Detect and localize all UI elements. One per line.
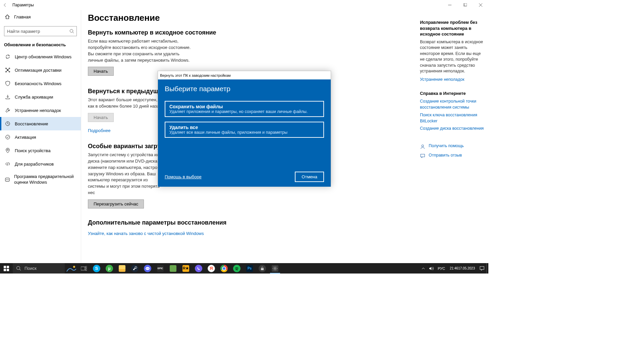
svg-point-38 [147, 268, 147, 268]
svg-point-41 [274, 267, 276, 269]
sidebar-item-label: Поиск устройства [15, 148, 51, 153]
fix-problems-heading: Исправление проблем без возврата компьют… [420, 19, 485, 37]
sidebar-item-troubleshoot[interactable]: Устранение неполадок [0, 104, 81, 117]
restore-point-link[interactable]: Создание контрольной точки восстановлени… [420, 98, 485, 110]
taskbar-minecraft[interactable] [167, 263, 179, 274]
svg-rect-24 [4, 266, 6, 268]
svg-rect-26 [4, 269, 6, 271]
sidebar-item-backup[interactable]: Служба архивации [0, 90, 81, 104]
svg-line-29 [19, 269, 21, 270]
insider-icon [5, 177, 10, 182]
svg-point-18 [7, 149, 8, 150]
option-title: Сохранить мои файлы [169, 104, 319, 109]
start-button[interactable] [0, 263, 13, 274]
reset-heading: Вернуть компьютер в исходное состояние [88, 29, 415, 36]
tray-chevron[interactable] [420, 263, 427, 274]
cancel-button[interactable]: Отмена [295, 172, 324, 182]
home-button[interactable]: Главная [0, 10, 81, 23]
feedback-link[interactable]: Отправить отзыв [420, 152, 485, 160]
svg-point-28 [17, 266, 20, 270]
svg-point-20 [6, 179, 7, 180]
taskbar-steam[interactable] [128, 263, 141, 274]
window-titlebar: Параметры [0, 0, 488, 10]
web-help-heading: Справка в Интернете [420, 90, 485, 97]
taskbar-settings[interactable] [269, 263, 281, 274]
taskbar-yandex[interactable]: Я [205, 263, 218, 274]
option-desc: Удаляет все ваши личные файлы, приложени… [169, 130, 319, 135]
reset-dialog: Вернуть этот ПК к заводским настройкам В… [158, 71, 331, 187]
fresh-start-link[interactable]: Узнайте, как начать заново с чистой уста… [88, 231, 204, 236]
feedback-icon [420, 153, 425, 159]
svg-point-22 [422, 145, 424, 147]
svg-line-6 [73, 32, 74, 34]
advstart-text: Запустите систему с устройства или диска… [88, 152, 165, 196]
search-input[interactable] [4, 26, 77, 36]
taskbar-photoshop[interactable]: Ps [243, 263, 256, 274]
taskbar-chrome[interactable] [218, 263, 230, 274]
sidebar-item-label: Устранение неполадок [15, 108, 61, 113]
taskbar-explorer[interactable] [116, 263, 128, 274]
dialog-title: Вернуть этот ПК к заводским настройкам [158, 71, 331, 79]
sidebar-item-find-device[interactable]: Поиск устройства [0, 144, 81, 157]
troubleshoot-link[interactable]: Устранение неполадок [420, 76, 485, 82]
taskbar-spotify[interactable] [230, 263, 243, 274]
sidebar-section-header: Обновление и безопасность [0, 39, 81, 50]
goback-learnmore-link[interactable]: Подробнее [88, 128, 110, 133]
sync-icon [5, 54, 11, 59]
sidebar-item-windows-update[interactable]: Центр обновления Windows [0, 50, 81, 63]
back-button[interactable] [0, 0, 10, 10]
svg-rect-40 [261, 268, 264, 270]
sidebar-item-label: Программа предварительной оценки Windows [14, 174, 81, 185]
tray-date: 17.05.2023 [458, 266, 475, 270]
tray-clock[interactable]: 21:46 17.05.2023 [447, 263, 478, 274]
get-help-link[interactable]: Получить помощь [420, 143, 485, 150]
close-button[interactable] [473, 0, 488, 10]
taskbar-utorrent[interactable]: μ [103, 263, 116, 274]
goback-start-button: Начать [88, 113, 114, 122]
tray-notifications[interactable] [478, 263, 486, 274]
location-icon [5, 148, 11, 153]
bitlocker-key-link[interactable]: Поиск ключа восстановления BitLocker [420, 112, 485, 124]
recovery-drive-link[interactable]: Создание диска восстановления [420, 125, 485, 131]
tray-language[interactable]: РУС [436, 263, 447, 274]
taskview-button[interactable] [77, 263, 90, 274]
cortana-button[interactable] [65, 263, 77, 274]
morerecovery-heading: Дополнительные параметры восстановления [88, 219, 415, 226]
check-icon [5, 134, 11, 140]
goback-text: Этот вариант больше недоступен, так как … [88, 97, 165, 110]
svg-rect-42 [480, 266, 484, 269]
reset-start-button[interactable]: Начать [88, 67, 114, 76]
svg-line-36 [134, 268, 136, 269]
help-choose-link[interactable]: Помощь в выборе [165, 174, 202, 179]
taskbar-search[interactable]: Поиск [13, 263, 65, 274]
sidebar-item-delivery-optimization[interactable]: Оптимизация доставки [0, 63, 81, 77]
svg-point-39 [148, 268, 149, 268]
taskbar-discord[interactable] [141, 263, 154, 274]
sidebar-item-developers[interactable]: Для разработчиков [0, 157, 81, 171]
home-icon [5, 14, 10, 19]
taskbar-epic[interactable]: EPIC [154, 263, 167, 274]
sidebar-item-windows-security[interactable]: Безопасность Windows [0, 77, 81, 90]
tray-volume-icon[interactable] [427, 263, 436, 274]
sidebar-item-insider[interactable]: Программа предварительной оценки Windows [0, 171, 81, 189]
taskbar-lock-app[interactable] [256, 263, 269, 274]
maximize-button[interactable] [458, 0, 473, 10]
svg-line-15 [8, 70, 9, 71]
sidebar-item-activation[interactable]: Активация [0, 130, 81, 144]
option-remove-all[interactable]: Удалить все Удаляет все ваши личные файл… [165, 122, 324, 138]
restart-now-button[interactable]: Перезагрузить сейчас [88, 199, 144, 208]
svg-rect-32 [86, 266, 87, 268]
fix-problems-text: Возврат компьютера в исходное состояние … [420, 39, 485, 74]
svg-rect-23 [421, 154, 425, 157]
show-desktop[interactable] [486, 263, 488, 274]
window-title: Параметры [12, 3, 34, 7]
taskbar-rockstar[interactable]: R★ [179, 263, 192, 274]
option-keep-files[interactable]: Сохранить мои файлы Удаляет приложения и… [165, 101, 324, 117]
sidebar-item-label: Оптимизация доставки [15, 68, 61, 73]
sidebar-item-label: Служба архивации [15, 95, 53, 100]
sidebar-item-recovery[interactable]: Восстановление [0, 117, 81, 130]
minimize-button[interactable] [442, 0, 458, 10]
taskbar-viber[interactable] [192, 263, 205, 274]
taskbar-skype[interactable]: S [90, 263, 103, 274]
svg-rect-19 [5, 178, 9, 181]
